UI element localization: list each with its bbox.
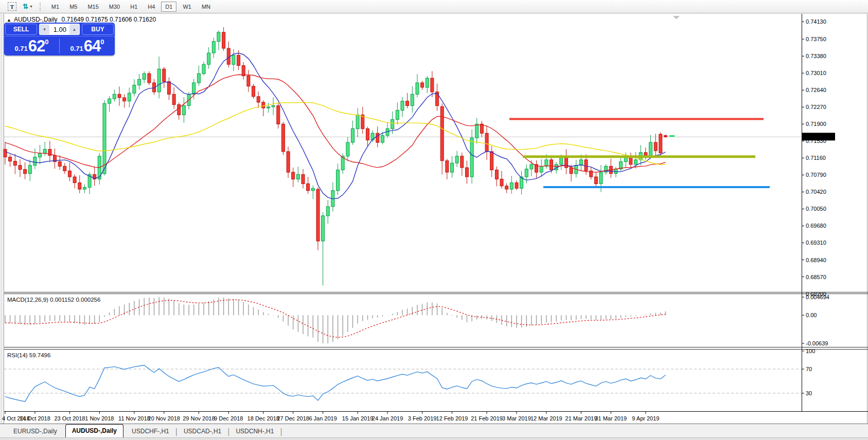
chart-tab-bar: EURUSD-,DailyAUDUSD-,DailyUSDCHF-,H1|USD… [0,424,868,437]
svg-text:11 Nov 2018: 11 Nov 2018 [118,415,150,421]
svg-text:0.74130: 0.74130 [806,19,826,25]
svg-text:100: 100 [806,348,815,354]
timeframe-mn-button[interactable]: MN [198,2,215,12]
svg-text:0.71900: 0.71900 [806,121,826,127]
sell-price-small: 0.71 [14,45,27,56]
arrows-tool-button[interactable]: ⇅ ▼ [20,1,36,12]
timeframe-m15-button[interactable]: M15 [83,2,102,12]
symbol-period-label: AUDUSD-,Daily [14,16,58,23]
timeframe-w1-button[interactable]: W1 [179,2,196,12]
timeframe-h4-button[interactable]: H4 [144,2,159,12]
svg-text:0.68570: 0.68570 [806,274,826,280]
trade-panel-top-row: SELL ▼ 1.00 ▲ BUY [4,23,115,36]
svg-text:0.73010: 0.73010 [806,70,826,76]
svg-text:0.71620: 0.71620 [806,134,826,140]
svg-text:18 Dec 2018: 18 Dec 2018 [247,415,279,421]
one-click-trading-panel: SELL ▼ 1.00 ▲ BUY 0.71 62 0 0.71 64 0 [4,23,115,56]
chart-canvas[interactable]: 0.741300.737500.733800.730100.726400.722… [0,13,868,424]
svg-text:6 Jan 2019: 6 Jan 2019 [309,415,336,421]
toolbar-grip [40,3,42,11]
ohlc-values: 0.71649 0.71675 0.71606 0.71620 [62,16,156,23]
svg-text:0.70790: 0.70790 [806,172,826,178]
text-tool-button[interactable]: T [5,1,19,12]
timeframe-h1-button[interactable]: H1 [126,2,141,12]
svg-text:3 Mar 2019: 3 Mar 2019 [502,415,531,421]
svg-text:20 Nov 2018: 20 Nov 2018 [148,415,180,421]
chart-tab-usdchf-h1[interactable]: USDCHF-,H1 [126,426,175,437]
timeframe-m30-button[interactable]: M30 [105,2,124,12]
svg-text:70: 70 [806,366,812,372]
chart-tab-audusd-daily[interactable]: AUDUSD-,Daily [65,424,123,437]
svg-text:0.004694: 0.004694 [806,294,829,300]
svg-text:12 Mar 2019: 12 Mar 2019 [530,415,562,421]
buy-button[interactable]: BUY [82,24,114,35]
symbol-expander-icon[interactable]: ▲ [7,17,11,23]
rsi-indicator-label: RSI(14) 59.7496 [7,352,50,358]
tab-separator: | [280,426,282,437]
chart-tab-usdcad-h1[interactable]: USDCAD-,H1 [178,426,227,437]
svg-text:12 Feb 2019: 12 Feb 2019 [436,415,468,421]
buy-price-sup: 0 [100,36,104,46]
volume-value[interactable]: 1.00 [50,26,69,33]
svg-text:21 Feb 2019: 21 Feb 2019 [471,415,503,421]
volume-increase-button[interactable]: ▲ [69,24,79,34]
trading-platform-window: { "toolbar": { "text_tool_label": "T", "… [0,0,868,440]
buy-price[interactable]: 0.71 64 0 [60,36,115,56]
svg-text:27 Dec 2018: 27 Dec 2018 [277,415,309,421]
svg-text:0.70420: 0.70420 [806,189,826,195]
svg-text:0.69310: 0.69310 [806,240,826,246]
svg-text:15 Jan 2019: 15 Jan 2019 [342,415,374,421]
timeframe-m5-button[interactable]: M5 [65,2,81,12]
sell-price[interactable]: 0.71 62 0 [4,36,59,56]
trade-panel-prices: 0.71 62 0 0.71 64 0 [4,36,115,56]
status-strip [0,437,868,440]
arrows-icon: ⇅ [23,3,28,10]
svg-text:0.72640: 0.72640 [806,87,826,93]
svg-text:0.72270: 0.72270 [806,104,826,110]
svg-text:24 Jan 2019: 24 Jan 2019 [372,415,403,421]
svg-text:3 Feb 2019: 3 Feb 2019 [408,415,437,421]
chart-tab-usdcnh-h1[interactable]: USDCNH-,H1 [229,426,280,437]
svg-text:23 Oct 2018: 23 Oct 2018 [54,415,85,421]
svg-text:0.00: 0.00 [806,312,817,318]
chart-tab-eurusd-daily[interactable]: EURUSD-,Daily [7,426,63,437]
timeframe-button-group: M1M5M15M30H1H4D1W1MN [47,2,215,12]
svg-text:31 Mar 2019: 31 Mar 2019 [595,415,627,421]
text-tool-icon: T [8,2,16,11]
svg-text:9 Dec 2018: 9 Dec 2018 [214,415,243,421]
svg-text:0.73750: 0.73750 [806,36,826,42]
sell-price-sup: 0 [45,36,48,46]
svg-text:0.68940: 0.68940 [806,257,826,263]
buy-price-big: 64 [84,38,100,54]
svg-text:0.71160: 0.71160 [806,155,826,161]
svg-text:1 Nov 2018: 1 Nov 2018 [85,415,114,421]
sell-price-big: 62 [28,38,45,54]
svg-text:30: 30 [806,390,812,396]
buy-price-small: 0.71 [70,45,83,56]
svg-text:21 Mar 2019: 21 Mar 2019 [565,415,597,421]
svg-text:-0.00639: -0.00639 [806,340,828,346]
volume-decrease-button[interactable]: ▼ [40,24,49,34]
svg-text:14 Oct 2018: 14 Oct 2018 [20,415,50,421]
sell-button[interactable]: SELL [5,24,37,35]
svg-text:29 Nov 2018: 29 Nov 2018 [183,415,215,421]
svg-text:0.73380: 0.73380 [806,53,826,59]
svg-text:0.70050: 0.70050 [806,206,826,212]
volume-stepper[interactable]: ▼ 1.00 ▲ [39,24,80,35]
macd-indicator-label: MACD(12,26,9) 0.001152 0.000256 [7,297,100,303]
svg-text:0.69680: 0.69680 [806,223,826,229]
timeframe-d1-button[interactable]: D1 [161,2,176,12]
dropdown-caret-icon: ▼ [29,5,33,8]
timeframe-m1-button[interactable]: M1 [47,2,63,12]
ask-price-marker [669,135,675,137]
svg-text:9 Apr 2019: 9 Apr 2019 [632,415,659,421]
chart-toolbar: T ⇅ ▼ M1M5M15M30H1H4D1W1MN [0,0,868,13]
chart-title: ▲AUDUSD-,Daily0.71649 0.71675 0.71606 0.… [7,16,156,23]
